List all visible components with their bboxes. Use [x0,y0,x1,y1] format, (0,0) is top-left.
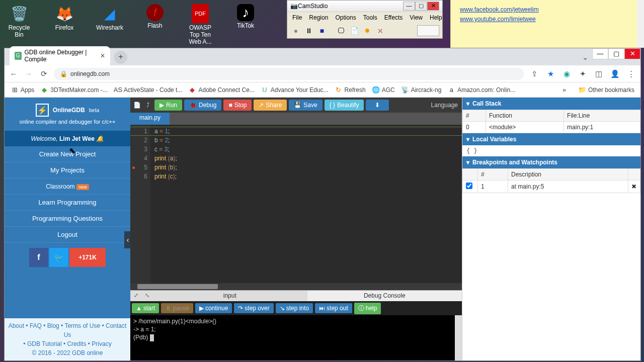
forward-button[interactable]: → [24,69,34,79]
close-button[interactable]: ✕ [624,48,640,59]
new-tab-button[interactable]: + [114,51,127,64]
dbg-pause-button[interactable]: ⏸ pause [161,303,193,313]
addthis-button[interactable]: + 171K [69,248,106,267]
sidebar-item-classroom[interactable]: Classroom new [5,178,130,195]
browser-tab[interactable]: G GDB online Debugger | Compile ✕ [10,46,110,65]
extensions-icon[interactable]: ✦ [577,68,588,79]
bookmark-item[interactable]: ↻Refresh [333,84,368,96]
bookmark-item[interactable]: 📡Aircrack-ng [399,84,444,96]
settings-icon[interactable]: ✸ [362,25,373,36]
footer-links[interactable]: • GDB Tutorial • Credits • Privacy [8,339,127,348]
menu-region[interactable]: Region [306,13,331,22]
url-input[interactable]: 🔒 onlinegdb.com [54,68,524,80]
table-row[interactable]: 1 at main.py:5 ✖ [463,180,640,193]
star-icon[interactable]: ★ [545,68,556,79]
table-row[interactable]: 0<module>main.py:1 [463,122,640,133]
horizontal-scrollbar[interactable] [130,283,462,290]
collapse-icon[interactable]: ⤡ [141,291,152,301]
menu-file[interactable]: File [289,13,305,22]
callstack-header[interactable]: ▾Call Stack [462,98,640,110]
desktop-icon-recyclebin[interactable]: 🗑️Recycle Bin [4,4,34,46]
tool-icon[interactable]: ⤫ [375,25,386,36]
debug-button[interactable]: 🐞 Debug [184,100,221,111]
other-bookmarks[interactable]: 📁Other bookmarks [576,84,636,96]
bookmark-item[interactable]: UAdvance Your Educ... [259,84,331,96]
code-content[interactable]: a = 1; b = 2; c = 3; print (a); print (b… [150,125,181,283]
share-button[interactable]: ↗ Share [254,100,287,111]
footer-links[interactable]: About • FAQ • Blog • Terms of Use • Cont… [8,321,127,339]
remove-breakpoint-icon[interactable]: ✖ [628,180,640,193]
locals-header[interactable]: ▾Local Variables [462,133,640,145]
sticky-link1[interactable]: www.facebook.com/jetweelim [460,5,635,15]
desktop-icon-flash[interactable]: fFlash [140,4,170,46]
desktop-icon-owasp[interactable]: PDFOWASP Top Ten Web A... [185,4,215,46]
bookmark-item[interactable]: ASActiveState - Code t... [112,84,185,96]
share-icon[interactable]: ⇪ [529,68,540,79]
close-tab-icon[interactable]: ✕ [100,52,105,59]
breakpoints-header[interactable]: ▾Breakpoints and Watchpoints [462,156,640,168]
save-button[interactable]: 💾 Save [289,100,322,111]
sidebar-item-create[interactable]: Create New Project [5,146,130,162]
new-file-icon[interactable]: 📄 [132,102,141,109]
sticky-link2[interactable]: www.youtube.com/limjetwee [460,15,635,24]
bookmark-item[interactable]: ◆Adobe Connect Ce... [186,84,256,96]
editor-tab[interactable]: main.py [130,113,170,125]
dbg-stepout-button[interactable]: ⏭ step out [315,303,352,313]
bookmarks-overflow[interactable]: » [562,86,566,94]
debug-console-tab[interactable]: Debug Console [307,291,462,301]
maximize-button[interactable]: ▢ [415,2,427,11]
maximize-button[interactable]: ▢ [608,48,624,59]
bell-icon[interactable]: 🔔 [96,135,104,142]
input-tab[interactable]: input [152,291,307,301]
stop-icon[interactable]: ■ [316,25,328,36]
minimize-button[interactable]: — [403,2,415,11]
sidebar-item-logout[interactable]: Logout [5,227,130,243]
menu-icon[interactable]: ⋮ [625,68,636,79]
back-button[interactable]: ← [9,69,19,79]
facebook-button[interactable]: f [29,248,48,267]
desktop-icon-wireshark[interactable]: ◢Wireshark [95,4,125,46]
twitter-button[interactable]: 🐦 [49,248,68,267]
close-button[interactable]: ✕ [427,2,439,11]
dbg-help-button[interactable]: ⓘ help [354,303,381,314]
download-button[interactable]: ⬇ [366,100,389,111]
chevron-down-icon[interactable]: ⌄ [580,52,590,62]
run-button[interactable]: ▶ Run [154,100,182,111]
record-icon[interactable]: ● [290,25,301,36]
dbg-continue-button[interactable]: ▶ continue [195,303,232,313]
bookmark-item[interactable]: 🌐AGC [370,84,397,96]
sidebar-item-questions[interactable]: Programming Questions [5,211,130,227]
reload-button[interactable]: ⟳ [39,69,49,79]
scrollbar[interactable] [455,315,462,360]
upload-icon[interactable]: ⤴ [143,102,152,109]
dbg-start-button[interactable]: ▲ start [132,303,159,313]
breakpoint-checkbox[interactable] [466,183,472,189]
dbg-stepinto-button[interactable]: ↘ step into [276,303,313,313]
breakpoint-icon[interactable]: 5 [133,163,147,172]
menu-tools[interactable]: Tools [360,13,380,22]
menu-help[interactable]: Help [427,13,445,22]
sidepanel-icon[interactable]: ◫ [593,68,604,79]
menu-view[interactable]: View [407,13,426,22]
menu-effects[interactable]: Effects [381,13,406,22]
pause-icon[interactable]: ⏸ [303,25,314,36]
extension-icon[interactable]: ◉ [561,68,572,79]
beautify-button[interactable]: { } Beautify [325,100,364,111]
menu-options[interactable]: Options [332,13,359,22]
bookmark-item[interactable]: aAmazon.com: Onlin... [445,84,517,96]
debug-console[interactable]: > /home/main.py(1)<module>() -> a = 1; (… [130,315,462,360]
tool-icon[interactable]: 📄 [349,25,360,36]
sidebar-item-projects[interactable]: My Projects [5,162,130,178]
sidebar-item-learn[interactable]: Learn Programming [5,195,130,211]
desktop-icon-tiktok[interactable]: ♪TikTok [230,4,261,46]
dbg-stepover-button[interactable]: ↷ step over [234,303,273,313]
bookmark-item[interactable]: ◆3DTextMaker.com -... [38,84,109,96]
profile-icon[interactable]: 👤 [609,68,620,79]
bookmark-apps[interactable]: ⊞Apps [9,84,36,96]
scrollbar[interactable] [637,0,644,48]
minimize-button[interactable]: — [592,48,608,59]
stop-button[interactable]: ■ Stop [223,100,252,111]
tool-icon[interactable]: 🖵 [336,25,347,36]
code-editor[interactable]: 123456 a = 1; b = 2; c = 3; print (a); p… [130,125,462,283]
expand-icon[interactable]: ⤢ [130,291,141,301]
